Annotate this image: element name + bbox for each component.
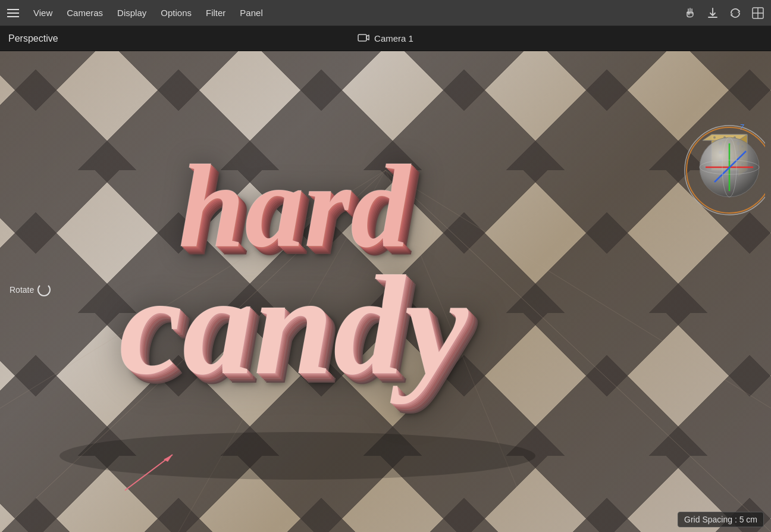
menu-view[interactable]: View: [27, 5, 58, 20]
viewport[interactable]: hard candy Rotate: [0, 51, 771, 532]
svg-rect-1: [358, 35, 366, 41]
refresh-icon[interactable]: [727, 5, 744, 21]
hamburger-menu[interactable]: [5, 5, 21, 21]
menu-display[interactable]: Display: [111, 5, 152, 20]
rotate-icon: [37, 283, 51, 296]
menu-bar: View Cameras Display Options Filter Pane…: [0, 0, 771, 26]
download-icon[interactable]: [704, 5, 721, 21]
hand-icon[interactable]: [682, 5, 698, 21]
menu-options[interactable]: Options: [155, 5, 198, 20]
camera-label[interactable]: Camera 1: [374, 33, 413, 43]
camera-center: Camera 1: [358, 33, 413, 45]
pink-arrow-svg: [119, 449, 190, 496]
text-candy: candy: [119, 254, 468, 396]
viewport-bar: Perspective Camera 1: [0, 26, 771, 51]
camera-icon: [358, 33, 369, 45]
menu-filter[interactable]: Filter: [200, 5, 231, 20]
rotate-label: Rotate: [10, 285, 34, 295]
svg-point-22: [713, 136, 716, 139]
axis-gizmo[interactable]: Y Z: [646, 87, 765, 230]
layout-icon[interactable]: [750, 5, 766, 21]
perspective-label[interactable]: Perspective: [8, 33, 58, 44]
rotate-indicator[interactable]: Rotate: [10, 283, 51, 296]
menu-panel[interactable]: Panel: [234, 5, 268, 20]
menu-right-icons: [682, 5, 766, 21]
menu-cameras[interactable]: Cameras: [61, 5, 109, 20]
grid-spacing-label: Grid Spacing : 5 cm: [678, 512, 764, 527]
